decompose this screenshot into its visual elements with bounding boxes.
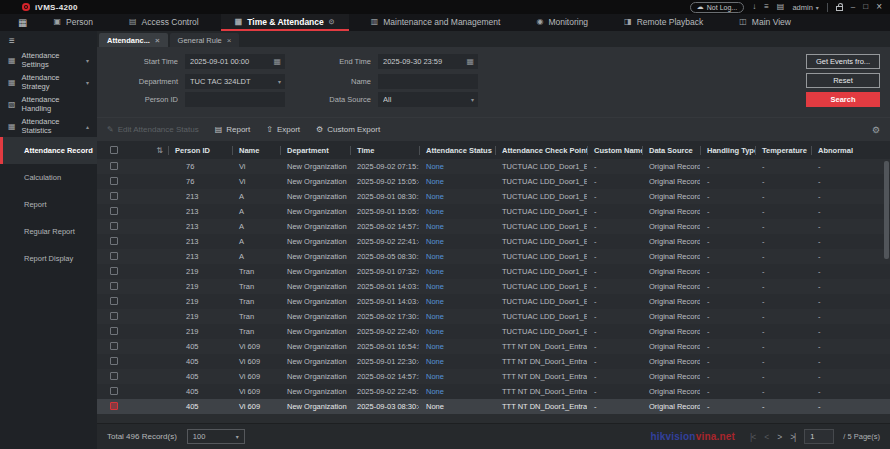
sidebar-item-attendance-strategy[interactable]: ▦Attendance Strategy▾	[0, 71, 97, 93]
start-time-input[interactable]: 2025-09-01 00:00 ▦	[185, 54, 285, 69]
nav-tab-access-control[interactable]: ▤Access Control	[115, 14, 213, 31]
end-time-input[interactable]: 2025-09-30 23:59 ▦	[378, 54, 478, 69]
table-row[interactable]: 405Vi 609New Organization2025-09-02 14:5…	[97, 369, 890, 384]
last-page-button[interactable]: >|	[790, 432, 795, 442]
table-row[interactable]: 219TranNew Organization2025-09-02 17:30:…	[97, 309, 890, 324]
nav-tab-person[interactable]: ▣Person	[39, 14, 107, 31]
row-checkbox[interactable]	[110, 192, 118, 200]
toolbar-report[interactable]: ▤Report	[215, 125, 251, 134]
column-header-department[interactable]: Department	[280, 141, 350, 159]
sort-icon[interactable]: ⇅	[156, 146, 163, 155]
column-header-data_source[interactable]: Data Source	[642, 141, 700, 159]
column-header-handling_type[interactable]: Handling Type	[700, 141, 755, 159]
row-checkbox[interactable]	[110, 387, 118, 395]
table-row[interactable]: 219TranNew Organization2025-09-01 07:32:…	[97, 264, 890, 279]
get-events-button[interactable]: Get Events fro...	[806, 54, 880, 69]
maximize-button[interactable]: □	[863, 3, 868, 11]
table-row[interactable]: 213ANew Organization2025-09-01 08:30:17N…	[97, 189, 890, 204]
sidebar-subitem-report[interactable]: Report	[0, 191, 97, 218]
cell-attendance_status[interactable]: None	[419, 312, 495, 321]
row-checkbox[interactable]	[110, 357, 118, 365]
nav-tab-monitoring[interactable]: ◉Monitoring	[522, 14, 602, 31]
row-checkbox[interactable]	[110, 312, 118, 320]
hamburger-icon[interactable]: ≡	[0, 31, 97, 49]
data-source-select[interactable]: All ▾	[378, 92, 478, 107]
sidebar-subitem-regular-report[interactable]: Regular Report	[0, 218, 97, 245]
sidebar-item-attendance-handling[interactable]: ▧Attendance Handling	[0, 93, 97, 115]
search-button[interactable]: Search	[806, 92, 880, 107]
row-checkbox[interactable]	[110, 282, 118, 290]
person-id-input[interactable]	[185, 92, 285, 107]
column-header-custom_name[interactable]: Custom Name	[587, 141, 642, 159]
department-select[interactable]: TUC TAC 324LDT ▾	[185, 74, 285, 89]
table-row[interactable]: 405Vi 609New Organization2025-09-01 22:3…	[97, 354, 890, 369]
row-checkbox[interactable]	[110, 327, 118, 335]
task-list-icon[interactable]: ≡	[764, 3, 769, 11]
first-page-button[interactable]: |<	[750, 432, 755, 442]
column-header-person_id[interactable]: Person ID	[168, 141, 232, 159]
sidebar-item-attendance-settings[interactable]: ▦Attendance Settings▾	[0, 49, 97, 71]
doc-tab-general-rule[interactable]: General Rule×	[170, 33, 240, 47]
cell-attendance_status[interactable]: None	[419, 222, 495, 231]
cell-attendance_status[interactable]: None	[419, 297, 495, 306]
cloud-login-button[interactable]: ☁ Not Log...	[690, 2, 744, 13]
cell-attendance_status[interactable]: None	[419, 237, 495, 246]
column-header-attendance_check_point[interactable]: Attendance Check Point	[495, 141, 587, 159]
sidebar-subitem-report-display[interactable]: Report Display	[0, 245, 97, 272]
toolbar-export[interactable]: ⇧Export	[266, 125, 300, 134]
event-center-icon[interactable]: ▤	[777, 3, 785, 11]
row-checkbox[interactable]	[110, 162, 118, 170]
page-number-input[interactable]: 1	[804, 429, 834, 444]
cell-attendance_status[interactable]: None	[419, 387, 495, 396]
row-checkbox[interactable]	[110, 342, 118, 350]
row-checkbox[interactable]	[110, 177, 118, 185]
cell-attendance_status[interactable]: None	[419, 267, 495, 276]
table-row[interactable]: 76ViNew Organization2025-09-02 15:05:47N…	[97, 174, 890, 189]
toolbar-custom-export[interactable]: ⚙Custom Export	[316, 125, 380, 134]
tab-options-icon[interactable]: ⊙	[329, 18, 335, 26]
cell-attendance_status[interactable]: None	[419, 372, 495, 381]
minimize-button[interactable]: –	[851, 3, 855, 11]
prev-page-button[interactable]: <	[764, 432, 768, 442]
close-tab-icon[interactable]: ×	[155, 36, 160, 45]
row-checkbox[interactable]	[110, 222, 118, 230]
sidebar-subitem-attendance-record[interactable]: Attendance Record	[0, 137, 97, 164]
reset-button[interactable]: Reset	[806, 73, 880, 88]
nav-tab-main-view[interactable]: ◫Main View	[725, 14, 805, 31]
row-checkbox[interactable]	[110, 237, 118, 245]
cell-attendance_status[interactable]: None	[419, 402, 495, 411]
modules-grid-icon[interactable]: ▦	[6, 14, 39, 31]
column-header-temperature[interactable]: Temperature	[755, 141, 811, 159]
cell-attendance_status[interactable]: None	[419, 192, 495, 201]
column-settings-icon[interactable]: ⚙	[872, 125, 880, 135]
table-row[interactable]: 405Vi 609New Organization2025-09-01 16:5…	[97, 339, 890, 354]
table-row[interactable]: 219TranNew Organization2025-09-01 14:03:…	[97, 279, 890, 294]
row-checkbox[interactable]	[110, 207, 118, 215]
row-checkbox[interactable]	[110, 402, 118, 410]
download-icon[interactable]: ↓	[752, 3, 756, 11]
page-size-select[interactable]: 100 ▾	[187, 429, 245, 444]
row-checkbox[interactable]	[110, 297, 118, 305]
select-all-checkbox[interactable]	[110, 146, 118, 154]
table-row[interactable]: 213ANew Organization2025-09-02 22:41:45N…	[97, 234, 890, 249]
cell-attendance_status[interactable]: None	[419, 357, 495, 366]
table-row[interactable]: 213ANew Organization2025-09-02 14:57:24N…	[97, 219, 890, 234]
table-row[interactable]: 219TranNew Organization2025-09-01 14:03:…	[97, 294, 890, 309]
close-button[interactable]: ×	[876, 3, 882, 11]
name-input[interactable]	[378, 74, 478, 89]
doc-tab-attendanc[interactable]: Attendanc...×	[99, 33, 168, 47]
table-row[interactable]: 405Vi 609New Organization2025-09-03 08:3…	[97, 399, 890, 414]
cell-attendance_status[interactable]: None	[419, 207, 495, 216]
table-row[interactable]: 405Vi 609New Organization2025-09-02 22:4…	[97, 384, 890, 399]
cell-attendance_status[interactable]: None	[419, 252, 495, 261]
sidebar-item-attendance-statistics[interactable]: ▦Attendance Statistics▴	[0, 115, 97, 137]
column-header-attendance_status[interactable]: Attendance Status	[419, 141, 495, 159]
vertical-scrollbar[interactable]	[884, 161, 889, 259]
column-header-abnormal[interactable]: Abnormal	[811, 141, 884, 159]
cell-attendance_status[interactable]: None	[419, 162, 495, 171]
calendar-icon[interactable]: ▦	[466, 57, 474, 66]
user-menu[interactable]: admin ▾	[792, 3, 818, 12]
close-tab-icon[interactable]: ×	[227, 36, 232, 45]
row-checkbox[interactable]	[110, 267, 118, 275]
table-row[interactable]: 213ANew Organization2025-09-05 08:30:18N…	[97, 249, 890, 264]
